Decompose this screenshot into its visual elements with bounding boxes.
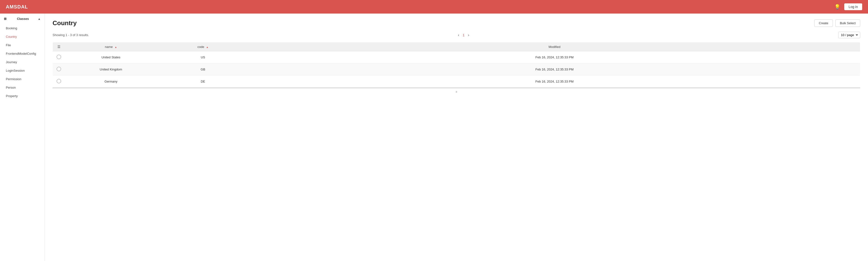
col-code-header[interactable]: code ▲ [157,42,249,51]
page-actions: Create Bulk Select [814,20,860,27]
sidebar-item-loginsession[interactable]: LoginSession [0,66,44,75]
per-page-select[interactable]: 10 / page 25 / page 50 / page [838,32,860,38]
row-select-cell[interactable] [53,51,65,63]
per-page-selector[interactable]: 10 / page 25 / page 50 / page [838,32,860,38]
page-header: Country Create Bulk Select [53,20,860,27]
sidebar-item-permission[interactable]: Permission [0,75,44,83]
row-modified-cell: Feb 16, 2024, 12:35:33 PM [249,75,860,88]
bulb-icon[interactable]: 💡 [834,4,840,10]
sidebar-section-classes[interactable]: ⊞ Classes ▲ [0,13,44,24]
prev-page-button[interactable]: ‹ [457,32,461,38]
table-row: United States US Feb 16, 2024, 12:35:33 … [53,51,860,63]
row-name-cell: United Kingdom [65,63,157,75]
data-table: ☰ name ▲ code ▲ Modified [53,42,860,88]
row-select-radio[interactable] [57,79,61,83]
sidebar-section-label: Classes [17,17,29,21]
app-header: AMSDAL 💡 Log in [0,0,868,13]
main-content: Country Create Bulk Select Showing 1 - 3… [45,13,868,261]
sidebar-item-booking[interactable]: Booking [0,24,44,32]
header-actions: 💡 Log in [834,3,862,10]
grid-icon: ⊞ [4,17,6,21]
table-meta: Showing 1 - 3 of 3 results. ‹ 1 › 10 / p… [53,32,860,38]
row-select-radio[interactable] [57,55,61,59]
table-row: Germany DE Feb 16, 2024, 12:35:33 PM [53,75,860,88]
resize-handle-icon[interactable]: ≡ [456,90,457,94]
row-code-cell: DE [157,75,249,88]
col-name-header[interactable]: name ▲ [65,42,157,51]
app-logo: AMSDAL [6,4,28,10]
row-name-cell: Germany [65,75,157,88]
app-layout: ⊞ Classes ▲ Booking Country File Fronten… [0,13,868,261]
current-page: 1 [463,33,465,37]
create-button[interactable]: Create [814,20,833,27]
table-header-row: ☰ name ▲ code ▲ Modified [53,42,860,51]
sidebar-item-journey[interactable]: Journey [0,58,44,66]
sort-code-icon: ▲ [206,46,209,48]
sidebar-item-file[interactable]: File [0,41,44,50]
table-row: United Kingdom GB Feb 16, 2024, 12:35:33… [53,63,860,75]
col-modified-header: Modified [249,42,860,51]
row-modified-cell: Feb 16, 2024, 12:35:33 PM [249,63,860,75]
table-footer: ≡ [53,88,860,95]
sort-name-icon: ▲ [115,46,117,48]
row-select-cell[interactable] [53,63,65,75]
sidebar-item-frontendmodelconfig[interactable]: FrontendModelConfig [0,50,44,58]
login-button[interactable]: Log in [844,3,862,10]
menu-icon: ☰ [57,45,61,49]
sidebar-item-country[interactable]: Country [0,32,44,41]
row-select-cell[interactable] [53,75,65,88]
next-page-button[interactable]: › [466,32,471,38]
row-modified-cell: Feb 16, 2024, 12:35:33 PM [249,51,860,63]
sidebar: ⊞ Classes ▲ Booking Country File Fronten… [0,13,45,261]
sidebar-item-person[interactable]: Person [0,83,44,92]
sidebar-item-property[interactable]: Property [0,92,44,100]
pagination: ‹ 1 › [457,32,471,38]
bulk-select-button[interactable]: Bulk Select [835,20,860,27]
page-title: Country [53,20,77,27]
row-code-cell: US [157,51,249,63]
row-select-radio[interactable] [57,67,61,71]
row-name-cell: United States [65,51,157,63]
showing-text: Showing 1 - 3 of 3 results. [53,33,89,37]
col-select-header: ☰ [53,42,65,51]
chevron-up-icon: ▲ [38,17,41,21]
row-code-cell: GB [157,63,249,75]
